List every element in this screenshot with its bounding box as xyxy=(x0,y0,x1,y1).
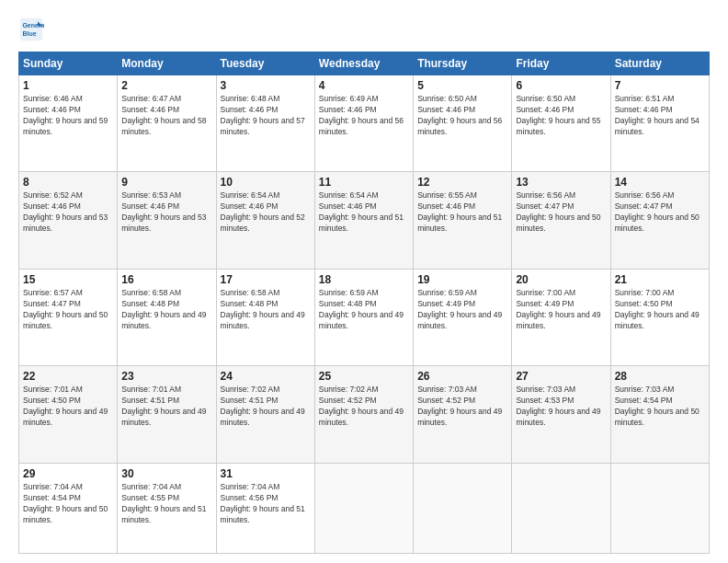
day-number: 19 xyxy=(417,273,507,286)
calendar-cell xyxy=(610,463,709,553)
cell-info: Sunrise: 6:47 AMSunset: 4:46 PMDaylight:… xyxy=(121,94,211,138)
calendar-cell: 15Sunrise: 6:57 AMSunset: 4:47 PMDayligh… xyxy=(19,269,118,365)
day-number: 5 xyxy=(417,79,507,92)
cell-info: Sunrise: 7:04 AMSunset: 4:55 PMDaylight:… xyxy=(121,482,211,526)
calendar-cell: 10Sunrise: 6:54 AMSunset: 4:46 PMDayligh… xyxy=(216,172,314,269)
day-number: 17 xyxy=(221,273,311,286)
calendar-cell: 9Sunrise: 6:53 AMSunset: 4:46 PMDaylight… xyxy=(118,172,216,269)
day-number: 18 xyxy=(319,273,409,286)
calendar-cell: 31Sunrise: 7:04 AMSunset: 4:56 PMDayligh… xyxy=(216,463,314,553)
cell-info: Sunrise: 6:57 AMSunset: 4:47 PMDaylight:… xyxy=(23,288,113,332)
calendar-cell: 3Sunrise: 6:48 AMSunset: 4:46 PMDaylight… xyxy=(216,75,314,172)
calendar-cell: 11Sunrise: 6:54 AMSunset: 4:46 PMDayligh… xyxy=(314,172,413,269)
day-number: 23 xyxy=(121,370,211,383)
cell-info: Sunrise: 7:03 AMSunset: 4:53 PMDaylight:… xyxy=(516,385,606,429)
calendar-cell: 30Sunrise: 7:04 AMSunset: 4:55 PMDayligh… xyxy=(118,463,216,553)
day-number: 11 xyxy=(319,176,409,189)
day-number: 14 xyxy=(615,176,705,189)
cell-info: Sunrise: 7:00 AMSunset: 4:49 PMDaylight:… xyxy=(516,288,606,332)
calendar-cell: 8Sunrise: 6:52 AMSunset: 4:46 PMDaylight… xyxy=(19,172,118,269)
calendar-cell: 25Sunrise: 7:02 AMSunset: 4:52 PMDayligh… xyxy=(314,366,413,463)
cell-info: Sunrise: 6:48 AMSunset: 4:46 PMDaylight:… xyxy=(221,94,311,138)
logo-icon: General Blue xyxy=(18,17,44,42)
calendar-cell: 23Sunrise: 7:01 AMSunset: 4:51 PMDayligh… xyxy=(118,366,216,463)
calendar-cell: 22Sunrise: 7:01 AMSunset: 4:50 PMDayligh… xyxy=(19,366,118,463)
day-header-wednesday: Wednesday xyxy=(314,52,413,75)
calendar-cell: 7Sunrise: 6:51 AMSunset: 4:46 PMDaylight… xyxy=(610,75,709,172)
cell-info: Sunrise: 6:51 AMSunset: 4:46 PMDaylight:… xyxy=(615,94,705,138)
day-number: 16 xyxy=(121,273,211,286)
page: General Blue SundayMondayTuesdayWednesda… xyxy=(0,0,728,563)
cell-info: Sunrise: 7:03 AMSunset: 4:52 PMDaylight:… xyxy=(417,385,507,429)
day-number: 25 xyxy=(319,370,409,383)
day-header-friday: Friday xyxy=(512,52,610,75)
calendar-cell: 13Sunrise: 6:56 AMSunset: 4:47 PMDayligh… xyxy=(512,172,610,269)
calendar-cell: 5Sunrise: 6:50 AMSunset: 4:46 PMDaylight… xyxy=(414,75,512,172)
cell-info: Sunrise: 7:02 AMSunset: 4:51 PMDaylight:… xyxy=(221,385,311,429)
day-number: 21 xyxy=(615,273,705,286)
day-number: 3 xyxy=(221,79,311,92)
day-number: 31 xyxy=(221,467,311,480)
calendar-cell: 4Sunrise: 6:49 AMSunset: 4:46 PMDaylight… xyxy=(314,75,413,172)
cell-info: Sunrise: 6:54 AMSunset: 4:46 PMDaylight:… xyxy=(221,190,311,235)
calendar-cell: 2Sunrise: 6:47 AMSunset: 4:46 PMDaylight… xyxy=(118,75,216,172)
calendar-cell: 26Sunrise: 7:03 AMSunset: 4:52 PMDayligh… xyxy=(414,366,512,463)
cell-info: Sunrise: 7:03 AMSunset: 4:54 PMDaylight:… xyxy=(615,385,705,429)
day-header-sunday: Sunday xyxy=(19,52,118,75)
cell-info: Sunrise: 7:01 AMSunset: 4:50 PMDaylight:… xyxy=(23,385,113,429)
day-number: 15 xyxy=(23,273,113,286)
calendar-cell: 24Sunrise: 7:02 AMSunset: 4:51 PMDayligh… xyxy=(216,366,314,463)
calendar-cell: 6Sunrise: 6:50 AMSunset: 4:46 PMDaylight… xyxy=(512,75,610,172)
cell-info: Sunrise: 7:04 AMSunset: 4:56 PMDaylight:… xyxy=(221,482,311,526)
calendar-cell: 28Sunrise: 7:03 AMSunset: 4:54 PMDayligh… xyxy=(610,366,709,463)
day-number: 2 xyxy=(121,79,211,92)
calendar-cell xyxy=(314,463,413,553)
day-number: 13 xyxy=(516,176,606,189)
cell-info: Sunrise: 6:59 AMSunset: 4:48 PMDaylight:… xyxy=(319,288,409,332)
day-number: 1 xyxy=(23,79,113,92)
cell-info: Sunrise: 7:02 AMSunset: 4:52 PMDaylight:… xyxy=(319,385,409,429)
day-number: 10 xyxy=(221,176,311,189)
svg-text:Blue: Blue xyxy=(22,30,36,37)
day-header-monday: Monday xyxy=(118,52,216,75)
day-number: 4 xyxy=(319,79,409,92)
cell-info: Sunrise: 6:59 AMSunset: 4:49 PMDaylight:… xyxy=(417,288,507,332)
cell-info: Sunrise: 6:46 AMSunset: 4:46 PMDaylight:… xyxy=(23,94,113,138)
calendar-table: SundayMondayTuesdayWednesdayThursdayFrid… xyxy=(18,52,710,554)
calendar-cell: 16Sunrise: 6:58 AMSunset: 4:48 PMDayligh… xyxy=(118,269,216,365)
calendar-header-row: SundayMondayTuesdayWednesdayThursdayFrid… xyxy=(19,52,710,75)
calendar-week-5: 29Sunrise: 7:04 AMSunset: 4:54 PMDayligh… xyxy=(19,463,710,553)
day-header-tuesday: Tuesday xyxy=(216,52,314,75)
logo: General Blue xyxy=(18,17,48,42)
cell-info: Sunrise: 6:58 AMSunset: 4:48 PMDaylight:… xyxy=(221,288,311,332)
day-header-saturday: Saturday xyxy=(610,52,709,75)
calendar-cell xyxy=(512,463,610,553)
calendar-week-3: 15Sunrise: 6:57 AMSunset: 4:47 PMDayligh… xyxy=(19,269,710,365)
header: General Blue xyxy=(18,17,710,42)
cell-info: Sunrise: 7:04 AMSunset: 4:54 PMDaylight:… xyxy=(23,482,113,526)
calendar-cell: 21Sunrise: 7:00 AMSunset: 4:50 PMDayligh… xyxy=(610,269,709,365)
cell-info: Sunrise: 6:56 AMSunset: 4:47 PMDaylight:… xyxy=(516,190,606,235)
calendar-cell: 19Sunrise: 6:59 AMSunset: 4:49 PMDayligh… xyxy=(414,269,512,365)
cell-info: Sunrise: 6:52 AMSunset: 4:46 PMDaylight:… xyxy=(23,190,113,235)
cell-info: Sunrise: 6:54 AMSunset: 4:46 PMDaylight:… xyxy=(319,190,409,235)
day-number: 7 xyxy=(615,79,705,92)
calendar-cell: 20Sunrise: 7:00 AMSunset: 4:49 PMDayligh… xyxy=(512,269,610,365)
calendar-cell: 18Sunrise: 6:59 AMSunset: 4:48 PMDayligh… xyxy=(314,269,413,365)
day-number: 22 xyxy=(23,370,113,383)
day-number: 24 xyxy=(221,370,311,383)
day-number: 30 xyxy=(121,467,211,480)
cell-info: Sunrise: 7:00 AMSunset: 4:50 PMDaylight:… xyxy=(615,288,705,332)
day-number: 27 xyxy=(516,370,606,383)
cell-info: Sunrise: 6:53 AMSunset: 4:46 PMDaylight:… xyxy=(121,190,211,235)
cell-info: Sunrise: 6:55 AMSunset: 4:46 PMDaylight:… xyxy=(417,190,507,235)
cell-info: Sunrise: 6:49 AMSunset: 4:46 PMDaylight:… xyxy=(319,94,409,138)
calendar-cell: 1Sunrise: 6:46 AMSunset: 4:46 PMDaylight… xyxy=(19,75,118,172)
calendar-cell: 29Sunrise: 7:04 AMSunset: 4:54 PMDayligh… xyxy=(19,463,118,553)
day-number: 29 xyxy=(23,467,113,480)
cell-info: Sunrise: 6:50 AMSunset: 4:46 PMDaylight:… xyxy=(417,94,507,138)
day-number: 8 xyxy=(23,176,113,189)
day-number: 12 xyxy=(417,176,507,189)
day-number: 28 xyxy=(615,370,705,383)
day-number: 6 xyxy=(516,79,606,92)
